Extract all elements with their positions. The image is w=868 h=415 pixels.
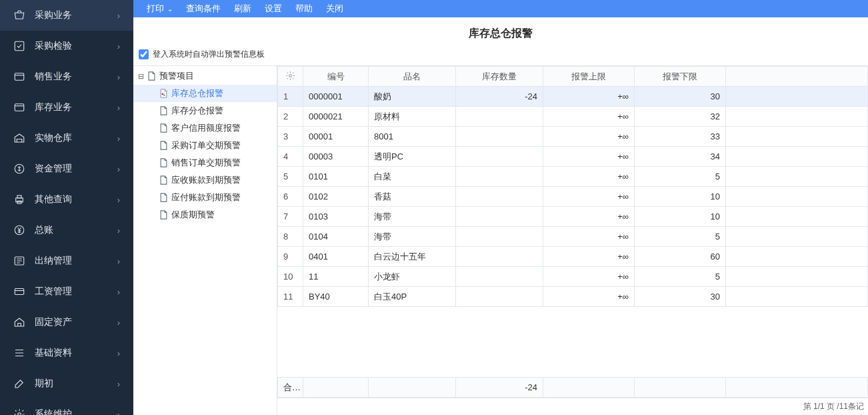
cell-idx: 9 bbox=[278, 247, 303, 267]
cell-lower: 10 bbox=[635, 207, 726, 227]
cell-name: 海带 bbox=[369, 227, 456, 247]
table-row[interactable]: 50101白菜+∞5 bbox=[278, 167, 868, 187]
print-menu[interactable]: 打印⌄ bbox=[140, 0, 179, 17]
cell-upper: +∞ bbox=[543, 147, 635, 167]
cell-lower: 5 bbox=[635, 227, 726, 247]
cell-code: 00003 bbox=[303, 147, 369, 167]
cell-name: 海带 bbox=[369, 207, 456, 227]
chevron-right-icon: › bbox=[117, 103, 120, 113]
cell-code: 0104 bbox=[303, 227, 369, 247]
nav-item-10[interactable]: 固定资产› bbox=[0, 307, 133, 338]
tree-item-2[interactable]: 客户信用额度报警 bbox=[133, 119, 277, 137]
table-row[interactable]: 90401白云边十五年+∞60 bbox=[278, 247, 868, 267]
nav-item-2[interactable]: 销售业务› bbox=[0, 61, 133, 92]
settings-button[interactable]: 设置 bbox=[258, 0, 289, 17]
table-row[interactable]: 1011小龙虾+∞5 bbox=[278, 267, 868, 287]
cell-upper: +∞ bbox=[543, 187, 635, 207]
table-row[interactable]: 11BY40白玉40P+∞30 bbox=[278, 287, 868, 307]
close-button[interactable]: 关闭 bbox=[319, 0, 350, 17]
sum-qty: -24 bbox=[456, 378, 543, 398]
nav-item-8[interactable]: 出纳管理› bbox=[0, 246, 133, 276]
cell-lower: 60 bbox=[635, 247, 726, 267]
cell-name: 白玉40P bbox=[369, 287, 456, 307]
refresh-button[interactable]: 刷新 bbox=[227, 0, 258, 17]
gear-icon bbox=[13, 408, 25, 415]
cell-lower: 10 bbox=[635, 187, 726, 207]
auto-popup-checkbox[interactable] bbox=[139, 49, 149, 59]
nav-item-7[interactable]: 总账› bbox=[0, 215, 133, 246]
nav-item-12[interactable]: 期初› bbox=[0, 368, 133, 399]
nav-item-4[interactable]: 实物仓库› bbox=[0, 123, 133, 153]
cell-name: 酸奶 bbox=[369, 87, 456, 107]
nav-item-1[interactable]: 采购检验› bbox=[0, 31, 133, 61]
tree-item-0[interactable]: 库存总仓报警 bbox=[133, 85, 277, 102]
tree-root-row[interactable]: ⊟ 预警项目 bbox=[133, 67, 277, 85]
table-row[interactable]: 400003透明PC+∞34 bbox=[278, 147, 868, 167]
cell-idx: 7 bbox=[278, 207, 303, 227]
home-icon bbox=[13, 316, 25, 328]
svg-rect-1 bbox=[15, 73, 24, 81]
query-button[interactable]: 查询条件 bbox=[179, 0, 227, 17]
nav-item-0[interactable]: 采购业务› bbox=[0, 0, 133, 31]
table-row[interactable]: 10000001酸奶-24+∞30 bbox=[278, 87, 868, 107]
file-icon bbox=[159, 141, 168, 150]
nav-label: 出纳管理 bbox=[35, 255, 117, 267]
nav-item-11[interactable]: 基础资料› bbox=[0, 338, 133, 368]
svg-point-13 bbox=[289, 74, 292, 77]
collapse-icon[interactable]: ⊟ bbox=[136, 72, 145, 81]
cell-lower: 30 bbox=[635, 287, 726, 307]
sum-table: 合计 -24 bbox=[277, 377, 868, 398]
tree-label: 客户信用额度报警 bbox=[171, 122, 241, 134]
chevron-right-icon: › bbox=[117, 72, 120, 82]
table-row[interactable]: 80104海带+∞5 bbox=[278, 227, 868, 247]
svg-rect-4 bbox=[16, 198, 23, 202]
sum-label: 合计 bbox=[278, 378, 303, 398]
tree-item-6[interactable]: 应付账款到期预警 bbox=[133, 189, 277, 206]
tree-label: 保质期预警 bbox=[171, 209, 215, 221]
chevron-right-icon: › bbox=[117, 256, 120, 266]
svg-rect-2 bbox=[15, 104, 24, 111]
cell-name: 白云边十五年 bbox=[369, 247, 456, 267]
col-spare bbox=[726, 67, 868, 87]
nav-item-5[interactable]: 资金管理› bbox=[0, 153, 133, 184]
tree-label: 应付账款到期预警 bbox=[171, 191, 241, 203]
help-button[interactable]: 帮助 bbox=[289, 0, 319, 17]
nav-item-9[interactable]: 工资管理› bbox=[0, 276, 133, 307]
col-name[interactable]: 品名 bbox=[369, 67, 456, 87]
toolbar: 打印⌄ 查询条件 刷新 设置 帮助 关闭 bbox=[133, 0, 868, 17]
cell-qty bbox=[456, 247, 543, 267]
table-row[interactable]: 70103海带+∞10 bbox=[278, 207, 868, 227]
tree-item-1[interactable]: 库存分仓报警 bbox=[133, 102, 277, 119]
cell-code: 0101 bbox=[303, 167, 369, 187]
svg-rect-9 bbox=[15, 289, 24, 295]
table-row[interactable]: 20000021原材料+∞32 bbox=[278, 107, 868, 127]
file-icon bbox=[159, 158, 168, 167]
chevron-right-icon: › bbox=[117, 41, 120, 51]
table-row[interactable]: 60102香菇+∞10 bbox=[278, 187, 868, 207]
file-icon bbox=[159, 175, 168, 185]
cell-idx: 4 bbox=[278, 147, 303, 167]
nav-item-3[interactable]: 库存业务› bbox=[0, 92, 133, 123]
tree-item-4[interactable]: 销售订单交期预警 bbox=[133, 154, 277, 171]
cell-qty bbox=[456, 187, 543, 207]
nav-item-13[interactable]: 系统维护› bbox=[0, 399, 133, 415]
col-lower[interactable]: 报警下限 bbox=[635, 67, 726, 87]
nav-item-6[interactable]: 其他查询› bbox=[0, 184, 133, 215]
nav-label: 采购检验 bbox=[35, 40, 117, 52]
tree-item-3[interactable]: 采购订单交期预警 bbox=[133, 137, 277, 154]
nav-label: 其他查询 bbox=[35, 193, 117, 205]
col-qty[interactable]: 库存数量 bbox=[456, 67, 543, 87]
col-code[interactable]: 编号 bbox=[303, 67, 369, 87]
auto-popup-label: 登入系统时自动弹出预警信息板 bbox=[153, 49, 265, 60]
cell-qty bbox=[456, 287, 543, 307]
svg-point-12 bbox=[163, 94, 165, 95]
nav-label: 采购业务 bbox=[35, 9, 117, 21]
file-icon bbox=[159, 210, 168, 220]
tree-item-5[interactable]: 应收账款到期预警 bbox=[133, 171, 277, 189]
tree-item-7[interactable]: 保质期预警 bbox=[133, 206, 277, 224]
cell-qty bbox=[456, 267, 543, 287]
table-row[interactable]: 3000018001+∞33 bbox=[278, 127, 868, 147]
col-upper[interactable]: 报警上限 bbox=[543, 67, 635, 87]
cell-name: 透明PC bbox=[369, 147, 456, 167]
gear-header[interactable] bbox=[278, 67, 303, 87]
